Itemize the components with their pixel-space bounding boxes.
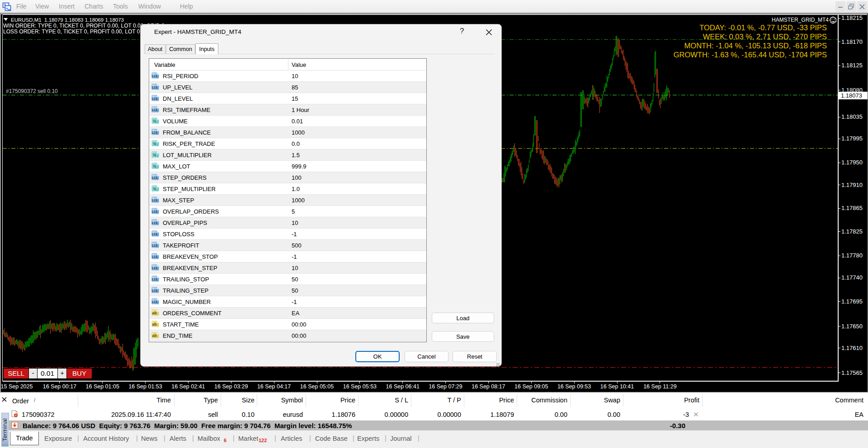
svg-text:1.17865: 1.17865	[841, 205, 863, 211]
svg-text:HAMSTER_GRID_MT4: HAMSTER_GRID_MT4	[772, 17, 829, 23]
svg-text:123: 123	[151, 300, 158, 304]
svg-text:MONTH: -1.04 %, -105.13 USD, -: MONTH: -1.04 %, -105.13 USD, -618 PIPS	[684, 42, 827, 50]
svg-text:1.17995: 1.17995	[841, 135, 863, 142]
svg-text:123: 123	[151, 198, 158, 202]
svg-text:1.18073: 1.18073	[841, 92, 862, 99]
svg-text:EURUSD,M1 1.18079 1.18083 1.1: EURUSD,M1 1.18079 1.18083 1.18069 1.1807…	[11, 17, 124, 23]
svg-text:16 Sep 04:17: 16 Sep 04:17	[257, 383, 291, 390]
svg-text:123: 123	[151, 289, 158, 293]
svg-text:16 Sep 05:05: 16 Sep 05:05	[300, 383, 334, 390]
svg-text:15 Sep 2025: 15 Sep 2025	[1, 383, 33, 390]
svg-text:1.17650: 1.17650	[841, 323, 863, 330]
svg-text:123: 123	[151, 131, 158, 135]
svg-text:½: ½	[153, 186, 156, 191]
svg-text:#175090372 sell 0.10: #175090372 sell 0.10	[6, 88, 58, 94]
svg-text:16 Sep 05:53: 16 Sep 05:53	[343, 383, 377, 390]
svg-text:123: 123	[151, 277, 158, 281]
svg-text:123: 123	[151, 85, 158, 89]
svg-text:16 Sep 07:29: 16 Sep 07:29	[429, 383, 462, 390]
svg-text:½: ½	[153, 152, 156, 157]
svg-text:1.18170: 1.18170	[841, 38, 863, 45]
svg-text:16 Sep 01:05: 16 Sep 01:05	[86, 383, 119, 390]
svg-text:½: ½	[153, 163, 156, 168]
svg-text:16 Sep 02:41: 16 Sep 02:41	[171, 383, 205, 390]
svg-text:16 Sep 09:05: 16 Sep 09:05	[514, 383, 548, 390]
svg-text:1.17740: 1.17740	[841, 274, 863, 281]
svg-text:123: 123	[151, 74, 158, 78]
svg-text:1.17950: 1.17950	[841, 159, 863, 166]
svg-text:½: ½	[153, 118, 156, 123]
svg-text:16 Sep 06:41: 16 Sep 06:41	[386, 383, 420, 390]
svg-text:123: 123	[151, 97, 158, 101]
svg-text:16 Sep 03:29: 16 Sep 03:29	[214, 383, 248, 390]
svg-text:1.17565: 1.17565	[841, 369, 863, 376]
svg-text:GROWTH: -1.63 %, -165.44 USD,: GROWTH: -1.63 %, -165.44 USD, -1704 PIPS	[674, 51, 827, 59]
svg-text:123: 123	[151, 221, 158, 225]
svg-text:123: 123	[151, 210, 158, 214]
svg-text:16 Sep 08:17: 16 Sep 08:17	[472, 383, 505, 390]
svg-text:16 Sep 10:41: 16 Sep 10:41	[600, 383, 634, 390]
svg-text:16 Sep 00:17: 16 Sep 00:17	[43, 383, 76, 390]
svg-text:1.18035: 1.18035	[841, 113, 863, 120]
svg-text:1.18125: 1.18125	[841, 62, 863, 69]
svg-text:WEEK: 0.03 %, 2.71 USD, -270 P: WEEK: 0.03 %, 2.71 USD, -270 PIPS	[703, 33, 827, 41]
svg-text:123: 123	[151, 232, 158, 236]
svg-text:1.17825: 1.17825	[841, 228, 863, 235]
svg-text:123: 123	[151, 266, 158, 270]
svg-text:123: 123	[151, 108, 158, 112]
svg-text:1.17610: 1.17610	[841, 345, 863, 351]
svg-text:TODAY: -0.01 %, -0.77 USD, -33: TODAY: -0.01 %, -0.77 USD, -33 PIPS	[699, 23, 827, 32]
svg-text:123: 123	[151, 255, 158, 259]
svg-text:16 Sep 01:53: 16 Sep 01:53	[128, 383, 162, 390]
svg-text:123: 123	[151, 243, 158, 247]
svg-text:½: ½	[153, 141, 156, 146]
svg-text:1.18215: 1.18215	[841, 14, 863, 21]
svg-text:1.17910: 1.17910	[841, 182, 863, 188]
svg-text:123: 123	[151, 176, 158, 180]
svg-text:ab: ab	[152, 322, 157, 327]
svg-text:1.17695: 1.17695	[841, 298, 863, 305]
svg-text:16 Sep 11:29: 16 Sep 11:29	[643, 383, 676, 390]
svg-text:ab: ab	[152, 311, 157, 315]
svg-text:16 Sep 09:53: 16 Sep 09:53	[557, 383, 591, 390]
svg-text:1.17780: 1.17780	[841, 252, 863, 259]
svg-text:ab: ab	[152, 333, 157, 338]
